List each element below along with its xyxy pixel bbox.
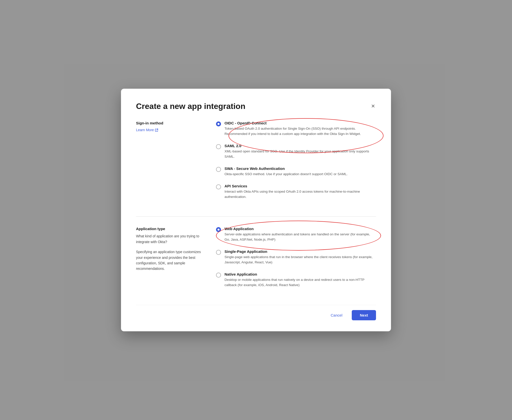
native-app-option[interactable]: Native Application Desktop or mobile app… (216, 272, 376, 288)
app-type-section: Application type What kind of applicatio… (136, 227, 376, 295)
spa-option-desc: Single-page web applications that run in… (224, 255, 376, 265)
sign-in-method-section: Sign-in method Learn More OIDC - OpenID … (136, 121, 376, 206)
app-type-desc-1: What kind of application are you trying … (136, 233, 206, 245)
app-type-desc-2: Specifying an application type customize… (136, 249, 206, 272)
spa-radio[interactable] (216, 250, 221, 255)
spa-option[interactable]: Single-Page Application Single-page web … (216, 249, 376, 265)
web-app-option-title: Web Application (224, 227, 376, 231)
app-type-options-list: Web Application Server-side applications… (216, 227, 376, 295)
spa-option-title: Single-Page Application (224, 249, 376, 254)
learn-more-link[interactable]: Learn More (136, 128, 158, 132)
close-button[interactable]: × (370, 102, 376, 110)
modal-footer: Cancel Next (136, 305, 376, 320)
section-divider (136, 216, 376, 217)
swa-radio[interactable] (216, 167, 221, 172)
oidc-option-title: OIDC - OpenID Connect (224, 121, 376, 125)
native-app-option-title: Native Application (224, 272, 376, 276)
web-app-option[interactable]: Web Application Server-side applications… (216, 227, 376, 242)
saml-radio[interactable] (216, 144, 221, 149)
native-app-option-desc: Desktop or mobile applications that run … (224, 277, 376, 288)
swa-option-title: SWA - Secure Web Authentication (224, 166, 348, 171)
web-app-radio[interactable] (216, 227, 221, 232)
app-type-left: Application type What kind of applicatio… (136, 227, 206, 295)
api-services-option-desc: Interact with Okta APIs using the scoped… (224, 189, 376, 200)
sign-in-method-label: Sign-in method (136, 121, 206, 125)
api-services-option-title: API Services (224, 184, 376, 188)
modal-title: Create a new app integration (136, 102, 245, 111)
api-services-radio[interactable] (216, 184, 221, 189)
web-app-option-desc: Server-side applications where authentic… (224, 232, 376, 242)
external-link-icon (155, 128, 158, 132)
app-type-label: Application type (136, 227, 206, 231)
cancel-button[interactable]: Cancel (326, 311, 347, 320)
sign-in-method-left: Sign-in method Learn More (136, 121, 206, 206)
next-button[interactable]: Next (352, 310, 376, 320)
api-services-option[interactable]: API Services Interact with Okta APIs usi… (216, 184, 376, 200)
oidc-option[interactable]: OIDC - OpenID Connect Token-based OAuth … (216, 121, 376, 137)
native-app-radio[interactable] (216, 273, 221, 278)
saml-option-desc: XML-based open standard for SSO. Use if … (224, 149, 376, 159)
saml-option-title: SAML 2.0 (224, 144, 376, 148)
swa-option[interactable]: SWA - Secure Web Authentication Okta-spe… (216, 166, 376, 177)
swa-option-desc: Okta-specific SSO method. Use if your ap… (224, 172, 348, 177)
modal-header: Create a new app integration × (136, 102, 376, 111)
saml-option[interactable]: SAML 2.0 XML-based open standard for SSO… (216, 144, 376, 159)
sign-in-options-list: OIDC - OpenID Connect Token-based OAuth … (216, 121, 376, 206)
create-app-integration-modal: Create a new app integration × Sign-in m… (121, 89, 391, 331)
oidc-option-desc: Token-based OAuth 2.0 authentication for… (224, 126, 376, 137)
oidc-radio[interactable] (216, 121, 221, 126)
